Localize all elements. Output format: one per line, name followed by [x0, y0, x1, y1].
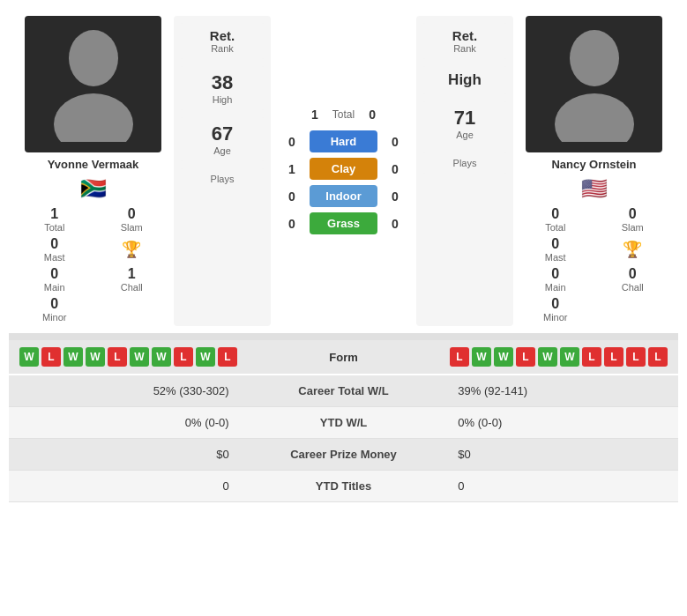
form-section: WLWWLWWLWL Form LWWLWWLLLL	[9, 340, 678, 374]
total-label: Total	[332, 108, 355, 121]
stats-left-2: $0	[9, 439, 243, 471]
right-form-badge-l: L	[626, 347, 646, 367]
right-rank-section: Ret. Rank	[422, 23, 508, 59]
right-main-value: 0	[551, 266, 559, 282]
total-left-score: 1	[304, 108, 325, 122]
svg-point-0	[69, 30, 118, 86]
left-minor-label: Minor	[42, 312, 67, 323]
clay-row: 1 Clay 0	[281, 158, 406, 180]
right-form-badge-l: L	[450, 347, 469, 367]
right-center-panel: Ret. Rank High 71 Age Plays	[416, 16, 513, 326]
left-high-value: 38	[184, 71, 260, 94]
right-form-badge-l: L	[516, 347, 535, 367]
stats-right-2: $0	[444, 439, 678, 471]
left-rank-sublabel: Rank	[184, 43, 260, 54]
left-form-badge-l: L	[174, 347, 193, 367]
clay-left-score: 1	[281, 162, 302, 176]
stats-row-0: 52% (330-302)Career Total W/L39% (92-141…	[9, 375, 678, 407]
left-form-badges: WLWWLWWLWL	[19, 347, 237, 367]
right-form-badge-w: W	[472, 347, 491, 367]
right-form-badge-w: W	[538, 347, 557, 367]
svg-point-1	[54, 93, 133, 142]
stats-left-0: 52% (330-302)	[9, 375, 243, 407]
players-wrapper: Yvonne Vermaak 🇿🇦 1 Total 0 Slam 0 Mast …	[9, 9, 678, 333]
left-player-flag: 🇿🇦	[80, 176, 107, 201]
left-player-card: Yvonne Vermaak 🇿🇦 1 Total 0 Slam 0 Mast …	[16, 16, 170, 326]
stats-table: 52% (330-302)Career Total W/L39% (92-141…	[9, 375, 678, 502]
clay-badge: Clay	[310, 158, 377, 180]
left-high-section: 38 High	[179, 66, 265, 110]
left-high-label: High	[184, 94, 260, 105]
hard-left-score: 0	[281, 135, 302, 149]
left-chall-cell: 1 Chall	[93, 266, 171, 293]
right-total-label: Total	[545, 222, 565, 233]
right-chall-cell: 0 Chall	[594, 266, 672, 293]
section-divider	[9, 333, 678, 340]
grass-left-score: 0	[281, 217, 302, 231]
right-age-section: 71 Age	[422, 101, 508, 145]
stats-left-3: 0	[9, 471, 243, 502]
left-minor-cell: 0 Minor	[16, 296, 93, 323]
stats-row-1: 0% (0-0)YTD W/L0% (0-0)	[9, 407, 678, 439]
right-total-value: 0	[551, 206, 559, 222]
right-age-label: Age	[427, 130, 503, 140]
stats-right-3: 0	[444, 471, 678, 502]
right-chall-label: Chall	[622, 282, 644, 293]
right-slam-value: 0	[629, 206, 637, 222]
right-form-badge-w: W	[494, 347, 513, 367]
right-form-badge-w: W	[560, 347, 579, 367]
right-trophy-cell: 🏆	[594, 236, 672, 263]
left-form-badge-w: W	[63, 347, 83, 367]
right-player-name: Nancy Ornstein	[551, 158, 636, 171]
left-form-badge-w: W	[19, 347, 39, 367]
right-player-avatar	[526, 16, 662, 152]
right-trophy-icon: 🏆	[623, 240, 642, 259]
indoor-left-score: 0	[281, 189, 302, 204]
left-form-badge-w: W	[130, 347, 149, 367]
main-container: Yvonne Vermaak 🇿🇦 1 Total 0 Slam 0 Mast …	[0, 0, 687, 511]
left-slam-cell: 0 Slam	[93, 206, 171, 233]
right-player-stats: 0 Total 0 Slam 0 Mast 🏆 0 Main	[517, 206, 671, 323]
total-row: 1 Total 0	[281, 108, 406, 125]
left-player-name: Yvonne Vermaak	[48, 158, 138, 171]
right-minor-cell: 0 Minor	[517, 296, 594, 323]
left-age-value: 67	[184, 122, 260, 145]
grass-row: 0 Grass 0	[281, 212, 406, 234]
left-age-section: 67 Age	[179, 117, 265, 161]
right-form-badges: LWWLWWLLLL	[450, 347, 668, 367]
right-player-flag: 🇺🇸	[581, 176, 608, 201]
form-label: Form	[244, 351, 443, 364]
indoor-badge: Indoor	[310, 185, 377, 207]
left-total-value: 1	[50, 206, 58, 222]
right-slam-label: Slam	[622, 222, 644, 233]
stats-right-0: 39% (92-141)	[444, 375, 678, 407]
left-center-panel: Ret. Rank 38 High 67 Age Plays	[174, 16, 271, 326]
right-form-badge-l: L	[648, 347, 668, 367]
left-plays-label: Plays	[184, 174, 260, 184]
stats-row-2: $0Career Prize Money$0	[9, 439, 678, 471]
grass-badge: Grass	[310, 212, 377, 234]
left-mast-value: 0	[50, 236, 58, 252]
left-total-cell: 1 Total	[16, 206, 93, 233]
left-form-badge-w: W	[86, 347, 105, 367]
stats-right-1: 0% (0-0)	[444, 407, 678, 439]
left-trophy-icon: 🏆	[122, 240, 141, 259]
svg-point-2	[570, 30, 619, 86]
stats-center-label-3: YTD Titles	[243, 471, 444, 502]
stats-left-1: 0% (0-0)	[9, 407, 243, 439]
right-rank-sublabel: Rank	[427, 43, 503, 54]
clay-right-score: 0	[385, 162, 406, 176]
right-mast-cell: 0 Mast	[517, 236, 594, 263]
left-form-badge-l: L	[108, 347, 127, 367]
right-form-badge-l: L	[582, 347, 601, 367]
indoor-row: 0 Indoor 0	[281, 185, 406, 207]
left-mast-cell: 0 Mast	[16, 236, 93, 263]
right-main-label: Main	[545, 282, 566, 293]
left-rank-section: Ret. Rank	[179, 23, 265, 59]
stats-center-label-2: Career Prize Money	[243, 439, 444, 471]
right-plays-section: Plays	[422, 152, 508, 174]
right-ret-label: Ret.	[427, 28, 503, 43]
left-slam-value: 0	[128, 206, 136, 222]
left-slam-label: Slam	[121, 222, 143, 233]
right-high-value: High	[427, 71, 503, 89]
